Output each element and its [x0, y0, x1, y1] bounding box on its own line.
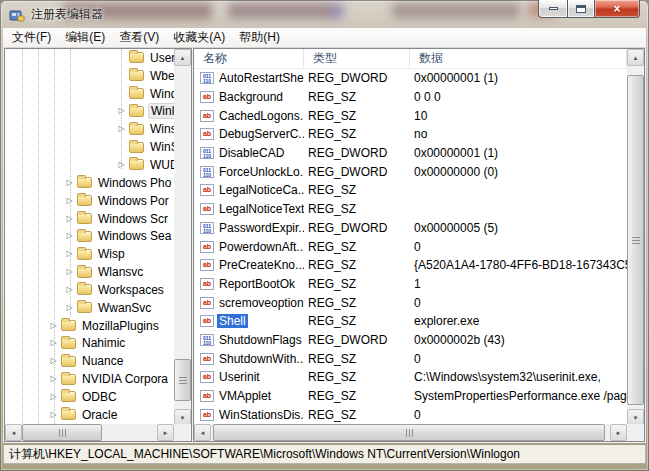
menu-item-view[interactable]: 查看(V)	[112, 27, 166, 48]
expand-arrow-icon[interactable]: ▷	[65, 250, 74, 258]
registry-value-row[interactable]: abWinStationsDis...REG_SZ0	[194, 405, 627, 424]
registry-value-row[interactable]: 011110DisableCADREG_DWORD0x00000001 (1)	[194, 144, 627, 163]
scroll-up-icon[interactable]: ▲	[174, 49, 191, 66]
folder-icon	[129, 124, 144, 135]
list-hscroll-thumb[interactable]	[213, 424, 605, 441]
tree-item-windows-por[interactable]: ▷Windows Por	[5, 192, 174, 210]
tree-item-nvidia-corpora[interactable]: ▷NVIDIA Corpora	[5, 370, 174, 388]
column-header-data[interactable]: 数据	[410, 49, 627, 68]
registry-value-row[interactable]: abLegalNoticeTextREG_SZ	[194, 200, 627, 219]
tree-item-winsa[interactable]: WinSA	[5, 138, 174, 156]
expand-arrow-icon[interactable]: ▷	[49, 393, 58, 401]
expand-arrow-icon[interactable]: ▷	[49, 322, 58, 330]
list-vscroll-thumb[interactable]	[627, 75, 644, 405]
scroll-up-icon[interactable]: ▲	[627, 49, 644, 66]
registry-value-row[interactable]: abLegalNoticeCa...REG_SZ	[194, 181, 627, 200]
tree-item-windo[interactable]: Windo	[5, 85, 174, 103]
tree-item-nahimic[interactable]: ▷Nahimic	[5, 335, 174, 353]
scroll-left-icon[interactable]: ◄	[5, 424, 22, 441]
value-type: REG_SZ	[304, 277, 410, 291]
menu-item-favorites[interactable]: 收藏夹(A)	[166, 27, 232, 48]
close-button[interactable]: ×	[595, 0, 640, 18]
tree-item-nuance[interactable]: ▷Nuance	[5, 352, 174, 370]
tree-item-wisp[interactable]: ▷Wisp	[5, 245, 174, 263]
scroll-left-icon[interactable]: ◄	[194, 424, 211, 441]
tree-item-workspaces[interactable]: ▷Workspaces	[5, 281, 174, 299]
tree-vscroll-thumb[interactable]	[174, 359, 191, 401]
registry-value-row[interactable]: abShutdownWith...REG_SZ0	[194, 349, 627, 368]
tree-item-userin[interactable]: Userin	[5, 49, 174, 67]
registry-value-row[interactable]: abscremoveoptionREG_SZ0	[194, 293, 627, 312]
scroll-right-icon[interactable]: ►	[610, 424, 627, 441]
registry-value-row[interactable]: abShellREG_SZexplorer.exe	[194, 312, 627, 331]
registry-value-row[interactable]: 011110ForceUnlockLo...REG_DWORD0x0000000…	[194, 162, 627, 181]
expand-arrow-icon[interactable]: ▷	[117, 107, 126, 115]
menu-item-edit[interactable]: 编辑(E)	[58, 27, 112, 48]
close-icon: ×	[613, 3, 620, 15]
title-bar[interactable]: 注册表编辑器 ×	[0, 0, 649, 28]
tree-vertical-scrollbar[interactable]: ▲ ▼	[174, 49, 191, 426]
tree-item-winlog[interactable]: ▷Winlog	[5, 103, 174, 121]
list-horizontal-scrollbar[interactable]: ◄ ►	[194, 424, 627, 441]
value-type: REG_SZ	[304, 127, 410, 141]
tree-item-label: WUDF	[148, 158, 174, 172]
tree-hscroll-thumb[interactable]	[22, 424, 102, 441]
menu-item-file[interactable]: 文件(F)	[5, 27, 58, 48]
tree-item-odbc[interactable]: ▷ODBC	[5, 388, 174, 406]
tree-item-windows-pho[interactable]: ▷Windows Pho	[5, 174, 174, 192]
registry-value-row[interactable]: abVMAppletREG_SZSystemPropertiesPerforma…	[194, 387, 627, 406]
registry-value-row[interactable]: abReportBootOkREG_SZ1	[194, 275, 627, 294]
expand-arrow-icon[interactable]: ▷	[65, 215, 74, 223]
list-vertical-scrollbar[interactable]: ▲ ▼	[627, 49, 644, 426]
tree-item-windows-scr[interactable]: ▷Windows Scr	[5, 210, 174, 228]
folder-icon	[61, 356, 76, 367]
minimize-button[interactable]	[538, 0, 567, 18]
resize-grip[interactable]	[635, 457, 648, 470]
registry-value-row[interactable]: abPowerdownAft...REG_SZ0	[194, 237, 627, 256]
scroll-right-icon[interactable]: ►	[157, 424, 174, 441]
expand-arrow-icon[interactable]: ▷	[49, 411, 58, 419]
tree-item-label: WinSA	[148, 140, 174, 154]
tree-item-label: Nahimic	[80, 336, 127, 350]
column-header-name[interactable]: 名称	[194, 49, 304, 68]
tree-item-wlansvc[interactable]: ▷Wlansvc	[5, 263, 174, 281]
tree-horizontal-scrollbar[interactable]: ◄ ►	[5, 424, 174, 441]
expand-arrow-icon[interactable]: ▷	[49, 339, 58, 347]
value-data: 0 0 0	[410, 90, 627, 104]
expand-arrow-icon[interactable]: ▷	[117, 125, 126, 133]
tree-item-wudf[interactable]: ▷WUDF	[5, 156, 174, 174]
value-name: Userinit	[217, 370, 262, 384]
value-type: REG_SZ	[304, 296, 410, 310]
column-header-type[interactable]: 类型	[304, 49, 410, 68]
reg-sz-icon: ab	[200, 184, 214, 196]
expand-arrow-icon[interactable]: ▷	[117, 161, 126, 169]
expand-arrow-icon[interactable]: ▷	[65, 286, 74, 294]
expand-arrow-icon[interactable]: ▷	[65, 304, 74, 312]
tree-item-windows-sea[interactable]: ▷Windows Sea	[5, 227, 174, 245]
expand-arrow-icon[interactable]: ▷	[65, 268, 74, 276]
expand-arrow-icon[interactable]: ▷	[65, 179, 74, 187]
registry-value-row[interactable]: 011110PasswordExpir...REG_DWORD0x0000000…	[194, 219, 627, 238]
tree-item-wwansvc[interactable]: ▷WwanSvc	[5, 299, 174, 317]
registry-value-row[interactable]: abUserinitREG_SZC:\Windows\system32\user…	[194, 368, 627, 387]
value-name-cell: abWinStationsDis...	[194, 408, 304, 422]
expand-arrow-icon[interactable]: ▷	[65, 232, 74, 240]
registry-value-row[interactable]: 011110ShutdownFlagsREG_DWORD0x0000002b (…	[194, 331, 627, 350]
expand-arrow-icon[interactable]: ▷	[49, 357, 58, 365]
registry-value-row[interactable]: abDebugServerC...REG_SZno	[194, 125, 627, 144]
expand-arrow-icon[interactable]: ▷	[65, 197, 74, 205]
registry-value-row[interactable]: abBackgroundREG_SZ0 0 0	[194, 88, 627, 107]
tree-item-wbem[interactable]: Wbem	[5, 67, 174, 85]
expand-arrow-icon[interactable]: ▷	[49, 375, 58, 383]
tree-item-oracle[interactable]: ▷Oracle	[5, 406, 174, 424]
menu-item-help[interactable]: 帮助(H)	[232, 27, 287, 48]
registry-editor-window: 注册表编辑器 × 文件(F)编辑(E)查看(V)收藏夹(A)帮助(H) User…	[0, 0, 649, 471]
tree-item-winsat[interactable]: ▷Winsat	[5, 120, 174, 138]
tree-item-label: Winlog	[148, 103, 174, 119]
value-name: ShutdownFlags	[217, 333, 304, 347]
maximize-button[interactable]	[567, 0, 595, 18]
registry-value-row[interactable]: abPreCreateKno...REG_SZ{A520A1A4-1780-4F…	[194, 256, 627, 275]
tree-item-mozillaplugins[interactable]: ▷MozillaPlugins	[5, 317, 174, 335]
registry-value-row[interactable]: abCachedLogons...REG_SZ10	[194, 106, 627, 125]
registry-value-row[interactable]: 011110AutoRestartShellREG_DWORD0x0000000…	[194, 69, 627, 88]
